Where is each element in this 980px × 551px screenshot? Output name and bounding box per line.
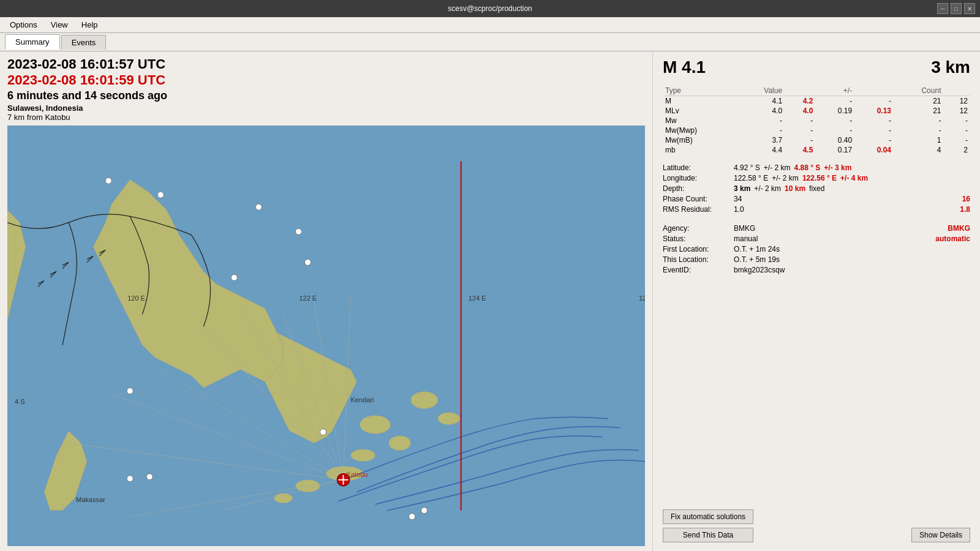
status-row: Status: manual automatic xyxy=(663,234,970,243)
close-button[interactable]: ✕ xyxy=(964,3,975,14)
longitude-pm2: +/- 4 km xyxy=(840,174,868,182)
event-ago: 6 minutes and 14 seconds ago xyxy=(7,89,645,102)
distance-display: 3 km xyxy=(931,58,970,77)
longitude-pm1: +/- 2 km xyxy=(772,174,799,182)
svg-text:Kendari: Kendari xyxy=(351,396,374,403)
svg-point-5 xyxy=(351,449,375,462)
event-time-secondary: 2023-02-08 16:01:59 UTC xyxy=(7,72,645,88)
svg-point-24 xyxy=(105,178,111,184)
agency-v1: BMKG xyxy=(734,224,755,233)
depth-pm2: fixed xyxy=(809,184,824,193)
longitude-v2: 122.56 ° E xyxy=(802,174,837,182)
table-row: MLv4.04.00.190.132112 xyxy=(663,106,970,116)
event-time-primary: 2023-02-08 16:01:57 UTC xyxy=(7,56,645,72)
svg-point-34 xyxy=(127,388,133,394)
rms-row: RMS Residual: 1.0 1.8 xyxy=(663,205,970,214)
svg-text:122 E: 122 E xyxy=(299,294,317,302)
status-label: Status: xyxy=(663,234,730,243)
show-details-button[interactable]: Show Details xyxy=(911,528,970,542)
magnitude-table: Type Value +/- Count M4.14.2--2112MLv4.0… xyxy=(663,86,970,155)
depth-v1: 3 km xyxy=(734,184,750,193)
coordinate-details: Latitude: 4.92 ° S +/- 2 km 4.88 ° S +/-… xyxy=(663,163,970,216)
depth-label: Depth: xyxy=(663,184,730,193)
this-location-row: This Location: O.T. + 5m 19s xyxy=(663,255,970,264)
agency-v2: BMKG xyxy=(948,224,970,233)
menubar: Options View Help xyxy=(0,17,980,33)
fix-automatic-button[interactable]: Fix automatic solutions xyxy=(663,509,753,524)
svg-text:Katobu: Katobu xyxy=(347,471,368,478)
latitude-label: Latitude: xyxy=(663,163,730,172)
latitude-row: Latitude: 4.92 ° S +/- 2 km 4.88 ° S +/-… xyxy=(663,163,970,172)
svg-point-31 xyxy=(127,476,133,482)
svg-point-3 xyxy=(360,416,391,434)
col-count2 xyxy=(943,86,970,96)
status-v2: automatic xyxy=(935,234,970,243)
svg-point-10 xyxy=(438,413,460,425)
meta-details: Agency: BMKG BMKG Status: manual automat… xyxy=(663,224,970,276)
agency-row: Agency: BMKG BMKG xyxy=(663,224,970,233)
event-region: Sulawesi, Indonesia xyxy=(7,103,645,113)
eventid-v1: bmkg2023csqw xyxy=(734,266,785,274)
phase-count-v2: 16 xyxy=(962,195,970,203)
first-location-row: First Location: O.T. + 1m 24s xyxy=(663,245,970,253)
longitude-v1: 122.58 ° E xyxy=(734,174,768,182)
send-data-button[interactable]: Send This Data xyxy=(663,528,753,542)
magnitude-header: M 4.1 3 km xyxy=(663,58,970,77)
table-row: Mw(Mwp)------ xyxy=(663,126,970,135)
col-value2 xyxy=(785,86,815,96)
eventid-label: EventID: xyxy=(663,266,730,274)
longitude-row: Longitude: 122.58 ° E +/- 2 km 122.56 ° … xyxy=(663,174,970,182)
depth-row: Depth: 3 km +/- 2 km 10 km fixed xyxy=(663,184,970,193)
svg-point-26 xyxy=(255,204,262,210)
window-title: scesv@scproc/production xyxy=(448,4,532,13)
svg-point-33 xyxy=(409,514,415,520)
rms-v1: 1.0 xyxy=(734,205,744,214)
phase-count-label: Phase Count: xyxy=(663,195,730,203)
map-container[interactable]: 120 E 122 E 124 E 126 E 4 S 6 S Katobu K… xyxy=(7,126,645,546)
window-controls: ─ □ ✕ xyxy=(937,3,975,14)
tabbar: Summary Events xyxy=(0,33,980,51)
maximize-button[interactable]: □ xyxy=(951,3,962,14)
svg-text:124 E: 124 E xyxy=(469,294,486,302)
svg-point-32 xyxy=(421,508,428,514)
svg-text:4 S: 4 S xyxy=(15,398,25,405)
eventid-row: EventID: bmkg2023csqw xyxy=(663,266,970,274)
main-content: 2023-02-08 16:01:57 UTC 2023-02-08 16:01… xyxy=(0,51,980,551)
this-location-label: This Location: xyxy=(663,255,730,264)
agency-label: Agency: xyxy=(663,224,730,233)
svg-point-29 xyxy=(231,274,237,280)
rms-v2: 1.8 xyxy=(960,205,970,214)
col-count: Count xyxy=(894,86,943,96)
menu-help[interactable]: Help xyxy=(75,19,104,31)
first-location-label: First Location: xyxy=(663,245,730,253)
depth-v2: 10 km xyxy=(785,184,805,193)
svg-point-35 xyxy=(146,474,153,480)
left-panel: 2023-02-08 16:01:57 UTC 2023-02-08 16:01… xyxy=(0,51,652,551)
this-location-v1: O.T. + 5m 19s xyxy=(734,255,780,264)
svg-point-4 xyxy=(389,436,411,451)
minimize-button[interactable]: ─ xyxy=(937,3,948,14)
table-row: mb4.44.50.170.0442 xyxy=(663,145,970,155)
menu-options[interactable]: Options xyxy=(4,19,43,31)
status-v1: manual xyxy=(734,234,758,243)
table-row: Mw------ xyxy=(663,116,970,126)
tab-events[interactable]: Events xyxy=(61,35,107,50)
event-info: 2023-02-08 16:01:57 UTC 2023-02-08 16:01… xyxy=(7,56,645,122)
phase-count-row: Phase Count: 34 16 xyxy=(663,195,970,203)
tab-summary[interactable]: Summary xyxy=(5,34,60,50)
first-location-v1: O.T. + 1m 24s xyxy=(734,245,780,253)
svg-text:120 E: 120 E xyxy=(127,294,145,302)
svg-text:Makassar: Makassar xyxy=(76,496,105,503)
col-pm2 xyxy=(854,86,894,96)
longitude-label: Longitude: xyxy=(663,174,730,182)
depth-pm1: +/- 2 km xyxy=(754,184,781,193)
col-pm: +/- xyxy=(815,86,854,96)
menu-view[interactable]: View xyxy=(45,19,74,31)
magnitude-display: M 4.1 xyxy=(663,58,706,77)
svg-point-28 xyxy=(304,259,311,265)
latitude-pm2: +/- 3 km xyxy=(824,163,851,172)
titlebar: scesv@scproc/production ─ □ ✕ xyxy=(0,0,980,17)
phase-count-v1: 34 xyxy=(734,195,742,203)
rms-label: RMS Residual: xyxy=(663,205,730,214)
svg-text:126 E: 126 E xyxy=(639,294,645,302)
